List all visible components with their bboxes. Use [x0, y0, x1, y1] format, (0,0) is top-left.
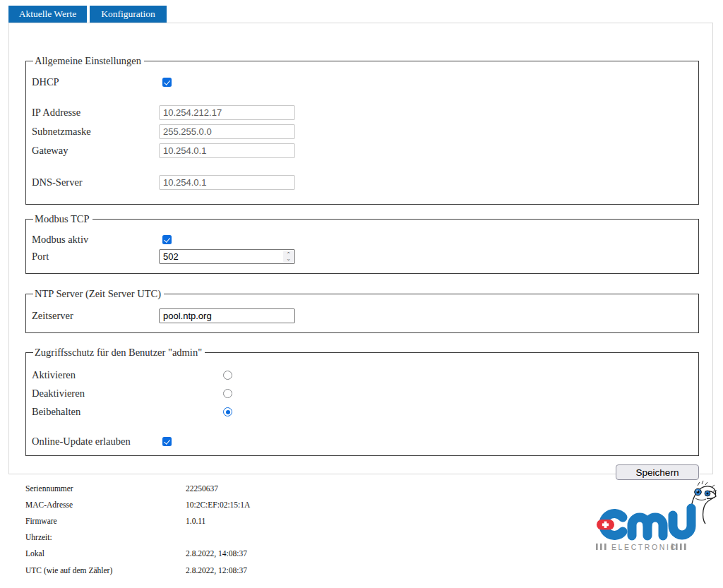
timeserver-label: Zeitserver [32, 310, 159, 322]
gateway-label: Gateway [32, 145, 159, 157]
svg-text:ELECTRONIC: ELECTRONIC [611, 543, 678, 551]
emu-wordmark [604, 508, 691, 536]
access-protection-fieldset: Zugriffsschutz für den Benutzer "admin" … [25, 347, 699, 456]
option-deaktivieren-label: Deaktivieren [32, 388, 223, 400]
gateway-input [159, 143, 295, 158]
serial-value: 22250637 [186, 484, 218, 493]
general-settings-fieldset: Allgemeine Einstellungen DHCP IP Address… [25, 55, 699, 205]
timeserver-row: Zeitserver [32, 308, 698, 323]
modbus-active-checkbox[interactable] [162, 235, 172, 244]
footer-row-lokal: Lokal 2.8.2022, 14:08:37 [25, 546, 586, 562]
configuration-panel: Allgemeine Einstellungen DHCP IP Address… [8, 23, 713, 474]
port-row: Port ⌃⌄ [32, 249, 698, 264]
ip-input [159, 105, 295, 120]
emu-logo: ELECTRONIC [592, 477, 717, 559]
online-update-label: Online-Update erlauben [32, 436, 162, 448]
mac-label: MAC-Adresse [25, 500, 186, 509]
tab-konfiguration[interactable]: Konfiguration [90, 6, 167, 23]
swiss-cross-icon [597, 520, 614, 530]
tab-aktuelle-werte[interactable]: Aktuelle Werte [8, 6, 87, 23]
spinner-down-icon[interactable]: ⌄ [286, 257, 291, 261]
subnet-row: Subnetzmaske [32, 124, 698, 139]
footer-row-firmware: Firmware 1.0.11 [25, 512, 586, 529]
footer-row-mac: MAC-Adresse 10:2C:EF:02:15:1A [25, 496, 586, 512]
modbus-active-row: Modbus aktiv [32, 234, 698, 246]
ip-row: IP Addresse [32, 105, 698, 120]
utc-label: UTC (wie auf dem Zähler) [25, 566, 186, 575]
serial-label: Seriennummer [25, 484, 186, 493]
access-option-row: Beibehalten [32, 406, 698, 418]
general-settings-legend: Allgemeine Einstellungen [33, 55, 144, 67]
lokal-value: 2.8.2022, 14:08:37 [186, 549, 247, 558]
dhcp-label: DHCP [32, 76, 159, 88]
option-aktivieren-label: Aktivieren [32, 369, 223, 381]
access-protection-legend: Zugriffsschutz für den Benutzer "admin" [33, 347, 205, 359]
option-aktivieren-radio[interactable] [223, 371, 232, 380]
dns-label: DNS-Server [32, 176, 159, 188]
dns-row: DNS-Server [32, 175, 698, 190]
dhcp-row: DHCP [32, 76, 698, 88]
electronic-caption: ELECTRONIC [596, 543, 686, 551]
option-deaktivieren-radio[interactable] [223, 389, 232, 398]
modbus-fieldset: Modbus TCP Modbus aktiv Port ⌃⌄ [25, 213, 699, 274]
footer-row-utc: UTC (wie auf dem Zähler) 2.8.2022, 12:08… [25, 562, 586, 578]
emu-logo-graphic: ELECTRONIC [592, 477, 717, 559]
ntp-legend: NTP Server (Zeit Server UTC) [33, 288, 164, 300]
dhcp-checkbox[interactable] [162, 78, 172, 87]
tab-bar: Aktuelle Werte Konfiguration [8, 6, 167, 23]
port-label: Port [32, 251, 159, 263]
firmware-value: 1.0.11 [186, 517, 205, 525]
port-input[interactable] [159, 249, 295, 264]
dns-input [159, 175, 295, 190]
footer-row-uhrzeit: Uhrzeit: [25, 529, 586, 546]
lokal-label: Lokal [25, 549, 186, 558]
option-beibehalten-radio[interactable] [223, 407, 232, 416]
subnet-label: Subnetzmaske [32, 126, 159, 138]
modbus-legend: Modbus TCP [33, 213, 92, 225]
utc-value: 2.8.2022, 12:08:37 [186, 566, 247, 575]
footer-row-serial: Seriennummer 22250637 [25, 480, 586, 496]
subnet-input [159, 124, 295, 139]
uhrzeit-label: Uhrzeit: [25, 533, 186, 541]
gateway-row: Gateway [32, 143, 698, 158]
modbus-active-label: Modbus aktiv [32, 234, 159, 246]
online-update-checkbox[interactable] [162, 437, 172, 446]
port-spinner[interactable]: ⌃⌄ [283, 251, 294, 263]
online-update-row: Online-Update erlauben [32, 436, 698, 448]
access-option-row: Aktivieren [32, 369, 698, 381]
access-option-row: Deaktivieren [32, 388, 698, 400]
ntp-fieldset: NTP Server (Zeit Server UTC) Zeitserver [25, 288, 699, 333]
device-config-page: { "tabs": [ {"label": "Aktuelle Werte"},… [0, 0, 723, 588]
device-info-footer: Seriennummer 22250637 MAC-Adresse 10:2C:… [0, 480, 586, 578]
mac-value: 10:2C:EF:02:15:1A [186, 500, 250, 509]
option-beibehalten-label: Beibehalten [32, 406, 223, 418]
firmware-label: Firmware [25, 517, 186, 525]
ip-label: IP Addresse [32, 107, 159, 119]
timeserver-input[interactable] [159, 308, 295, 323]
